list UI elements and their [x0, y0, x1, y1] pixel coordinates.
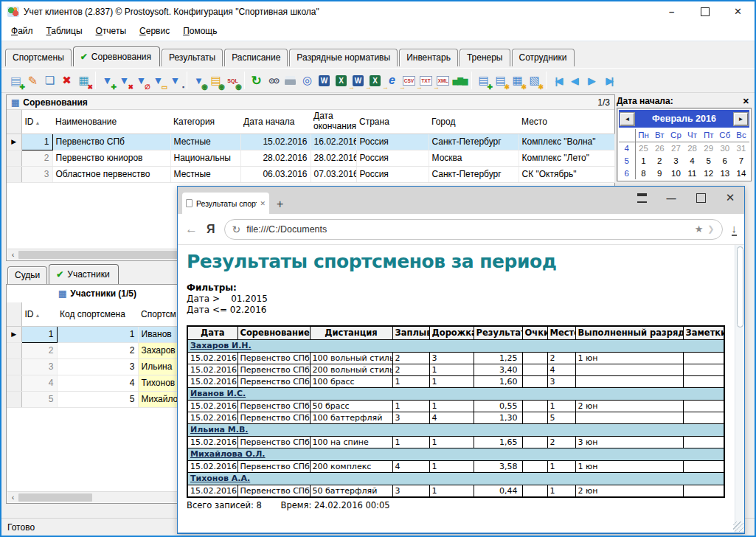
prev-month-icon[interactable]: [620, 113, 634, 125]
titlebar: Учет клиентов (2.837) © Prostoysoft. Кон…: [1, 1, 755, 21]
scroll-left-icon[interactable]: [7, 249, 18, 260]
query-add-icon[interactable]: [475, 72, 492, 89]
menu-tables[interactable]: Таблицы: [40, 23, 89, 39]
filter-add-icon[interactable]: [99, 72, 116, 89]
browser-tab-title: Результаты спортсмен: [196, 199, 257, 208]
minimize-icon[interactable]: [662, 190, 681, 206]
export-csv-icon[interactable]: [400, 72, 417, 89]
report-footer: Всего записей: 8 Время: 24.02.2016 00:05: [187, 500, 726, 510]
export-excel-icon[interactable]: [367, 72, 384, 89]
col-id[interactable]: ID: [21, 110, 52, 134]
url-text[interactable]: file:///C:/Documents: [246, 224, 694, 235]
report-settings-icon[interactable]: [492, 72, 509, 89]
col-name[interactable]: Наименование: [52, 110, 170, 134]
back-icon[interactable]: [185, 222, 198, 237]
minimize-icon[interactable]: [655, 1, 688, 21]
menu-file[interactable]: Файл: [4, 23, 40, 39]
tab-staff[interactable]: Сотрудники: [512, 49, 575, 66]
tab-coaches[interactable]: Тренеры: [460, 49, 510, 66]
address-bar[interactable]: file:///C:/Documents: [224, 219, 723, 240]
add-record-icon[interactable]: [7, 72, 24, 89]
nav-last-icon[interactable]: [600, 72, 617, 89]
table-row[interactable]: ▶ 1 Первенство СПб Местные 15.02.2016 16…: [7, 134, 614, 150]
col-start[interactable]: Дата начала: [240, 110, 311, 134]
scroll-thumb[interactable]: [737, 246, 743, 328]
tab-schedule[interactable]: Расписание: [224, 49, 288, 66]
refresh-icon[interactable]: [248, 72, 265, 89]
tab-inventory[interactable]: Инвентарь: [399, 49, 458, 66]
print-icon[interactable]: [282, 72, 299, 89]
form-settings-icon[interactable]: [526, 72, 543, 89]
close-icon[interactable]: [721, 190, 740, 206]
maximize-icon[interactable]: [688, 1, 721, 21]
close-icon[interactable]: [721, 1, 755, 21]
export-word-icon[interactable]: [350, 72, 367, 89]
export-txt-icon[interactable]: [417, 72, 434, 89]
nav-next-icon[interactable]: [583, 72, 600, 89]
menu-service[interactable]: Сервис: [133, 23, 176, 39]
next-month-icon[interactable]: [734, 113, 748, 125]
bookmark-star-icon[interactable]: [695, 224, 704, 235]
resize-grip[interactable]: [733, 522, 743, 532]
delete-record-icon[interactable]: [58, 72, 75, 89]
col-category[interactable]: Категория: [170, 110, 240, 134]
nav-prev-icon[interactable]: [566, 72, 583, 89]
menu-reports[interactable]: Отчеты: [89, 23, 133, 39]
filter-sql-icon[interactable]: [224, 72, 241, 89]
close-icon[interactable]: [741, 97, 752, 106]
tab-participants[interactable]: Участники: [49, 264, 118, 284]
col-id[interactable]: ID: [21, 302, 57, 326]
new-tab-button[interactable]: +: [277, 198, 283, 211]
export-xml-icon[interactable]: [434, 72, 451, 89]
nav-first-icon[interactable]: [549, 72, 566, 89]
menu-help[interactable]: Помощь: [176, 23, 223, 39]
col-code[interactable]: Код спортсмена: [57, 302, 138, 326]
tab-close-icon[interactable]: [260, 200, 266, 207]
grid-settings-icon[interactable]: [509, 72, 526, 89]
status-text: Готово: [7, 522, 35, 533]
filter-open-icon[interactable]: [150, 72, 167, 89]
filter-view-icon[interactable]: [190, 72, 207, 89]
copy-record-icon[interactable]: [41, 72, 58, 89]
excel-icon[interactable]: [333, 72, 350, 89]
filter-line: Дата > 01.2015: [187, 294, 726, 305]
tab-results[interactable]: Результаты: [162, 49, 223, 66]
group-row: Ильина М.В.: [187, 423, 724, 436]
hamburger-menu-icon[interactable]: [632, 190, 651, 206]
filters-label: Фильтры:: [187, 283, 726, 294]
tab-competitions[interactable]: Соревнования: [73, 46, 160, 66]
col-country[interactable]: Страна: [356, 110, 429, 134]
filter-remove-icon[interactable]: [116, 72, 133, 89]
calendar-grid: Пн Вт Ср Чт Пт Сб Вс 4 25 26 27 28 29 30…: [619, 129, 749, 179]
edit-record-icon[interactable]: [24, 72, 41, 89]
day-names-row: Пн Вт Ср Чт Пт Сб Вс: [619, 129, 749, 142]
refresh-icon[interactable]: [232, 224, 241, 235]
preview-icon[interactable]: [299, 72, 316, 89]
yandex-icon[interactable]: Я: [207, 223, 215, 236]
scroll-left-icon[interactable]: [7, 492, 18, 503]
tab-rank-standards[interactable]: Разрядные нормативы: [289, 49, 398, 66]
tab-judges[interactable]: Судьи: [7, 266, 47, 284]
filter-save-icon[interactable]: [167, 72, 184, 89]
table-row[interactable]: 3 Областное первенство Местные 06.03.201…: [7, 166, 614, 182]
vertical-scrollbar[interactable]: [735, 245, 744, 533]
report-row: 15.02.2016Первенство СПб200 комплекс413,…: [187, 460, 724, 472]
table-row[interactable]: 2 Первенство юниоров Национальны 28.02.2…: [7, 150, 614, 166]
download-icon[interactable]: [732, 223, 738, 236]
word-icon[interactable]: [316, 72, 333, 89]
col-end[interactable]: Дата окончания: [311, 110, 356, 134]
find-icon[interactable]: [265, 72, 282, 89]
browser-tab[interactable]: Результаты спортсмен: [182, 193, 269, 214]
col-city[interactable]: Город: [429, 110, 519, 134]
tab-sportsmen[interactable]: Спортсмены: [5, 49, 72, 66]
filter-clear-icon[interactable]: [133, 72, 150, 89]
export-html-icon[interactable]: [384, 72, 400, 89]
group-row: Михайлова О.Л.: [187, 448, 724, 460]
tab-label: Тренеры: [467, 52, 503, 63]
filter-tree-icon[interactable]: [207, 72, 224, 89]
scroll-thumb[interactable]: [18, 493, 92, 502]
chart-icon[interactable]: [451, 72, 468, 89]
col-place[interactable]: Место: [519, 110, 614, 134]
delete-table-records-icon[interactable]: [75, 72, 92, 89]
maximize-icon[interactable]: [691, 190, 710, 206]
